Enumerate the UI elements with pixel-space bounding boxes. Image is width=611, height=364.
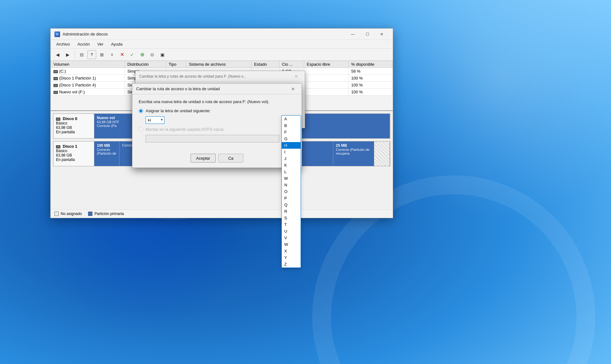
cell-pct: 100 %: [348, 75, 392, 82]
col-estado: Estado: [251, 61, 279, 68]
selected-letter: H: [148, 118, 151, 123]
dd-item-F[interactable]: F: [282, 129, 301, 135]
grid-button[interactable]: ⊞: [97, 50, 106, 59]
folder-path-input: [146, 135, 279, 142]
dialog-inner-title: Cambiar la ruta de acceso o la letra de …: [136, 86, 288, 91]
dd-item-B[interactable]: B: [282, 122, 301, 129]
disk-type-0: Básico: [56, 121, 92, 125]
dialog-inner-title-bar: Cambiar la ruta de acceso o la letra de …: [132, 84, 302, 94]
ok-button-inner[interactable]: Aceptar: [191, 154, 216, 163]
dialog-outer-title: Cambiar la letra y rutas de acceso de un…: [139, 74, 292, 79]
radio-assign-label: Asignar la letra de unidad siguiente:: [146, 108, 211, 113]
dd-item-W[interactable]: W: [282, 241, 301, 248]
dd-item-Z[interactable]: Z: [282, 261, 301, 267]
menu-accion[interactable]: Acción: [74, 41, 93, 48]
disk-size-0: 63,98 GB: [56, 125, 92, 130]
partition-name: 25 MB: [336, 143, 371, 148]
cell-free: [304, 89, 348, 96]
map-button[interactable]: ≡: [108, 50, 116, 59]
radio-option-mount: Montar en la siguiente carpeta NTFS vací…: [139, 127, 295, 132]
dropdown-arrow-icon: ▾: [161, 118, 163, 121]
dd-item-U[interactable]: U: [282, 228, 301, 234]
cell-volume: (Disco 1 Partición 1): [51, 75, 125, 82]
dialog-inner-buttons: Aceptar Ca: [132, 150, 302, 168]
cell-pct: 58 %: [348, 68, 392, 75]
disk-name-0: Disco 0: [56, 116, 92, 121]
legend-box-primary: [88, 212, 92, 216]
app-icon: [54, 31, 60, 37]
toolbar-separator-1: [75, 51, 75, 58]
disk-name-1: Disco 1: [56, 144, 92, 149]
partition-name: 100 MB: [97, 143, 117, 148]
dd-item-Y[interactable]: Y: [282, 254, 301, 261]
cancel-button-inner[interactable]: Ca: [218, 154, 243, 163]
dd-item-K[interactable]: K: [282, 162, 301, 168]
letter-dropdown-list: A B F G H I J K L M N O P Q R S T U V W …: [281, 115, 301, 268]
add-button[interactable]: ⊕: [138, 50, 147, 59]
dd-item-M[interactable]: M: [282, 175, 301, 182]
minimize-button[interactable]: —: [346, 29, 360, 40]
disk-label-1: Disco 1 Básico 63,98 GB En pantalla: [53, 141, 94, 166]
legend: No asignado Partición primaria: [51, 209, 393, 218]
dd-item-R[interactable]: R: [282, 208, 301, 215]
forward-button[interactable]: ▶: [63, 50, 72, 59]
dd-item-X[interactable]: X: [282, 248, 301, 254]
dd-item-S[interactable]: S: [282, 215, 301, 221]
dd-item-T[interactable]: T: [282, 221, 301, 228]
cell-free: [304, 82, 348, 89]
dd-item-O[interactable]: O: [282, 188, 301, 195]
radio-assign[interactable]: [139, 109, 143, 113]
back-button[interactable]: ◀: [53, 50, 62, 59]
title-bar-controls: — ☐ ✕: [346, 29, 389, 40]
dialog-inner-body: Escriba una nueva letra de unidad o ruta…: [132, 94, 302, 150]
dd-item-J[interactable]: J: [282, 155, 301, 162]
properties-button[interactable]: ⊟: [77, 50, 86, 59]
dialog-inner-close-button[interactable]: ✕: [288, 85, 298, 93]
maximize-button[interactable]: ☐: [360, 29, 375, 40]
letter-select[interactable]: H ▾: [146, 116, 164, 124]
dd-item-N[interactable]: N: [282, 182, 301, 188]
legend-label-primary: Partición primaria: [94, 212, 124, 216]
partition-100mb[interactable]: 100 MB Correcto (Partición de: [94, 141, 119, 166]
close-button[interactable]: ✕: [375, 29, 389, 40]
menu-ver[interactable]: Ver: [94, 41, 107, 48]
menu-ayuda[interactable]: Ayuda: [108, 41, 126, 48]
dd-item-A[interactable]: A: [282, 116, 301, 122]
dialog-description: Escriba una nueva letra de unidad o ruta…: [139, 99, 295, 104]
cell-volume: Nuevo vol (F:): [51, 89, 125, 96]
radio-mount[interactable]: [139, 127, 143, 132]
menu-bar: Archivo Acción Ver Ayuda: [51, 40, 393, 49]
radio-option-assign: Asignar la letra de unidad siguiente:: [139, 108, 295, 113]
col-libre: Espacio libre: [304, 61, 348, 68]
menu-archivo[interactable]: Archivo: [53, 41, 73, 48]
dd-item-H[interactable]: H: [282, 142, 301, 149]
check-button[interactable]: ✓: [128, 50, 136, 59]
col-tipo: Tipo: [166, 61, 186, 68]
letter-dropdown-container: H ▾: [146, 116, 295, 124]
dialog-inner: Cambiar la ruta de acceso o la letra de …: [132, 83, 302, 168]
import-button[interactable]: ⊙: [148, 50, 157, 59]
partition-recovery[interactable]: 25 MB Correcto (Partición de recupera: [333, 141, 374, 166]
dd-item-G[interactable]: G: [282, 135, 301, 142]
col-percent: % disponible: [348, 61, 392, 68]
radio-mount-label: Montar en la siguiente carpeta NTFS vací…: [146, 127, 225, 132]
dd-item-P[interactable]: P: [282, 195, 301, 201]
toolbar: ◀ ▶ ⊟ ? ⊞ ≡ ✕ ✓ ⊕ ⊙ ▣: [51, 49, 393, 61]
delete-button[interactable]: ✕: [118, 50, 126, 59]
console-button[interactable]: ▣: [158, 50, 167, 59]
partition-status: Correcto (Partición de recupera: [336, 148, 371, 155]
help-button[interactable]: ?: [87, 50, 96, 59]
dd-item-L[interactable]: L: [282, 168, 301, 175]
dd-item-V[interactable]: V: [282, 234, 301, 241]
dd-item-I[interactable]: I: [282, 149, 301, 155]
cell-pct: 100 %: [348, 89, 392, 96]
partition-unalloc: [374, 141, 390, 166]
legend-item-primary: Partición primaria: [88, 212, 124, 216]
disk-type-1: Básico: [56, 149, 92, 153]
dd-item-Q[interactable]: Q: [282, 201, 301, 208]
cell-volume: (Disco 1 Partición 4): [51, 82, 125, 89]
cell-volume: (C:): [51, 68, 125, 75]
dialog-outer-close-button[interactable]: ✕: [292, 72, 301, 81]
window-title: Administración de discos: [63, 32, 346, 36]
col-distribucion: Distribución: [125, 61, 166, 68]
